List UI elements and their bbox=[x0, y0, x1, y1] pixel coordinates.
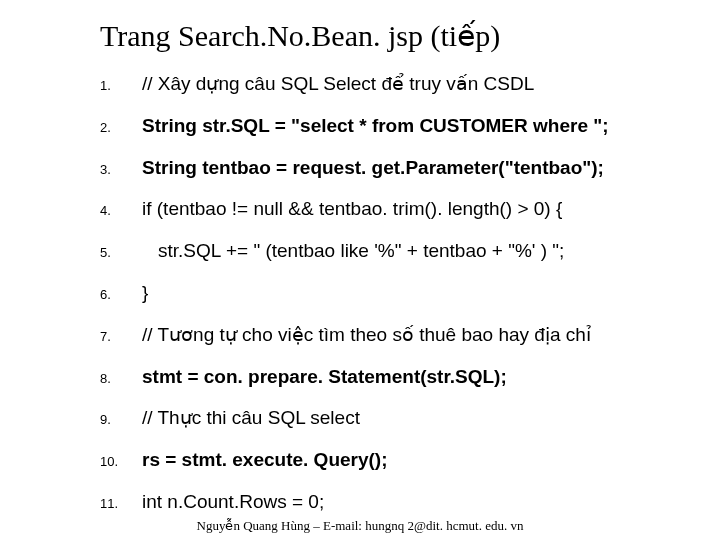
item-text: int n.Count.Rows = 0; bbox=[142, 491, 324, 514]
item-number: 6. bbox=[100, 287, 142, 302]
list-item: 4.if (tentbao != null && tentbao. trim()… bbox=[100, 198, 692, 221]
list-item: 3.String tentbao = request. get.Paramete… bbox=[100, 157, 692, 180]
list-item: 9.// Thực thi câu SQL select bbox=[100, 407, 692, 430]
item-number: 5. bbox=[100, 245, 142, 260]
slide-content: Trang Search.No.Bean. jsp (tiếp) 1.// Xâ… bbox=[0, 0, 720, 540]
item-text: String str.SQL = "select * from CUSTOMER… bbox=[142, 115, 609, 138]
footer: Nguyễn Quang Hùng – E-mail: hungnq 2@dit… bbox=[0, 518, 720, 534]
list-item: 7.// Tương tự cho việc tìm theo số thuê … bbox=[100, 324, 692, 347]
code-list: 1.// Xây dựng câu SQL Select để truy vấn… bbox=[28, 73, 692, 514]
item-number: 4. bbox=[100, 203, 142, 218]
footer-text: Nguyễn Quang Hùng – E-mail: hungnq 2@dit… bbox=[197, 518, 524, 533]
item-text: str.SQL += " (tentbao like '%" + tentbao… bbox=[142, 240, 564, 263]
list-item: 5.str.SQL += " (tentbao like '%" + tentb… bbox=[100, 240, 692, 263]
item-text: } bbox=[142, 282, 148, 305]
list-item: 10.rs = stmt. execute. Query(); bbox=[100, 449, 692, 472]
page-title: Trang Search.No.Bean. jsp (tiếp) bbox=[100, 18, 692, 53]
item-number: 7. bbox=[100, 329, 142, 344]
item-number: 2. bbox=[100, 120, 142, 135]
list-item: 2.String str.SQL = "select * from CUSTOM… bbox=[100, 115, 692, 138]
item-text: rs = stmt. execute. Query(); bbox=[142, 449, 388, 472]
list-item: 8.stmt = con. prepare. Statement(str.SQL… bbox=[100, 366, 692, 389]
item-number: 8. bbox=[100, 371, 142, 386]
item-number: 11. bbox=[100, 496, 142, 511]
list-item: 11.int n.Count.Rows = 0; bbox=[100, 491, 692, 514]
item-text: stmt = con. prepare. Statement(str.SQL); bbox=[142, 366, 507, 389]
item-number: 9. bbox=[100, 412, 142, 427]
item-number: 1. bbox=[100, 78, 142, 93]
item-text: // Thực thi câu SQL select bbox=[142, 407, 360, 430]
item-text: // Tương tự cho việc tìm theo số thuê ba… bbox=[142, 324, 591, 347]
item-number: 3. bbox=[100, 162, 142, 177]
list-item: 1.// Xây dựng câu SQL Select để truy vấn… bbox=[100, 73, 692, 96]
item-number: 10. bbox=[100, 454, 142, 469]
item-text: if (tentbao != null && tentbao. trim(). … bbox=[142, 198, 562, 221]
item-text: String tentbao = request. get.Parameter(… bbox=[142, 157, 604, 180]
item-text: // Xây dựng câu SQL Select để truy vấn C… bbox=[142, 73, 534, 96]
list-item: 6.} bbox=[100, 282, 692, 305]
